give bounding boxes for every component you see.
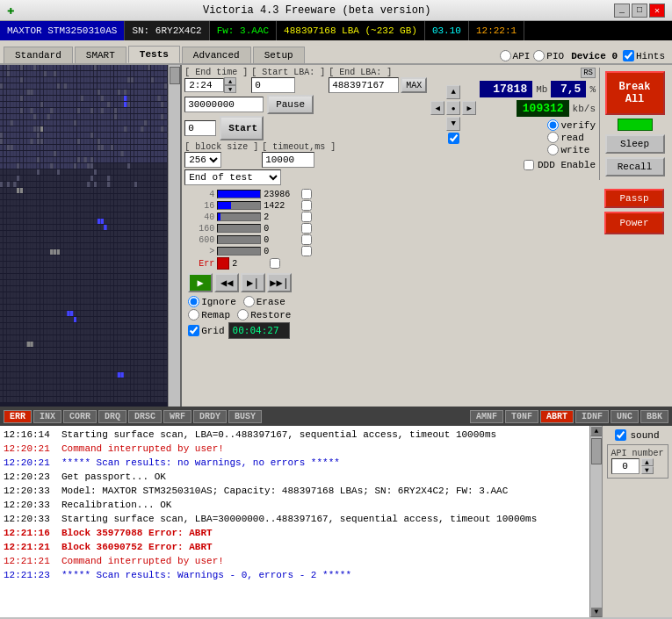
arrow-center-btn[interactable]: ●: [446, 101, 460, 115]
scroll-up-btn[interactable]: ▲: [590, 426, 603, 436]
hist-check-16[interactable]: [301, 200, 312, 211]
kbs-unit: kb/s: [573, 104, 596, 114]
log-entry-4: 12:20:33 Model: MAXTOR STM3250310AS; Cap…: [4, 484, 586, 498]
rs-button[interactable]: RS: [581, 68, 596, 78]
title-bar: ✚ Victoria 4.3 Freeware (beta version) _…: [0, 0, 672, 21]
api-up-btn[interactable]: ▲: [641, 458, 654, 466]
grid-checkbox[interactable]: Grid: [188, 325, 224, 336]
end-button[interactable]: ▶▶|: [267, 273, 292, 292]
passp-button[interactable]: Passp: [604, 189, 664, 208]
ddd-checkbox[interactable]: [524, 160, 534, 170]
err-badge-drsc[interactable]: DRSC: [128, 410, 162, 423]
arrow-up-btn[interactable]: ▲: [446, 85, 460, 99]
minimize-button[interactable]: _: [614, 4, 630, 18]
pio-radio[interactable]: PIO: [533, 50, 564, 61]
hist-check-gt[interactable]: [301, 246, 312, 256]
tab-standard[interactable]: Standard: [4, 47, 73, 63]
ignore-radio[interactable]: Ignore: [188, 296, 236, 307]
firmware: Fw: 3.AAC: [210, 21, 277, 40]
hist-check-600[interactable]: [301, 234, 312, 245]
err-badge-err[interactable]: ERR: [4, 410, 32, 423]
read-radio[interactable]: read: [547, 132, 596, 143]
play-button[interactable]: ▶: [188, 273, 213, 292]
block-size-select[interactable]: 256512128: [184, 152, 221, 168]
tab-smart[interactable]: SMART: [75, 47, 126, 63]
hist-check-40[interactable]: [301, 212, 312, 222]
kbs-stat: 109312: [517, 100, 569, 117]
err-badge-bbk[interactable]: BBK: [640, 410, 668, 423]
arrow-checkbox[interactable]: [448, 133, 459, 144]
hist-check-err[interactable]: [270, 258, 280, 269]
err-badge-wrf[interactable]: WRF: [163, 410, 191, 423]
prev-button[interactable]: ◀◀: [214, 273, 239, 292]
maximize-button[interactable]: □: [632, 4, 647, 18]
hist-check-4[interactable]: [301, 189, 312, 199]
time-down-btn[interactable]: ▼: [224, 85, 236, 93]
arrow-left-btn[interactable]: ◀: [430, 101, 444, 115]
end-lba-input[interactable]: [329, 77, 399, 93]
remap-radio[interactable]: Remap: [188, 309, 230, 320]
pause-button[interactable]: Pause: [267, 95, 314, 114]
arrow-down-btn[interactable]: ▼: [446, 117, 460, 131]
power-button[interactable]: Power: [604, 212, 664, 234]
log-entry-6: 12:20:33 Starting surface scan, LBA=3000…: [4, 512, 586, 526]
err-badge-drdy[interactable]: DRDY: [193, 410, 227, 423]
err-badge-idnf[interactable]: IDNF: [575, 410, 609, 423]
log-content[interactable]: 12:16:14 Starting surface scan, LBA=0..4…: [0, 426, 589, 617]
scroll-thumb[interactable]: [591, 438, 602, 464]
hist-row-600: 600 0: [188, 234, 592, 245]
right-buttons: Passp Power: [599, 187, 669, 234]
current-lba-field[interactable]: [184, 120, 216, 136]
err-badge-abrt[interactable]: ABRT: [540, 410, 574, 423]
sleep-button[interactable]: Sleep: [605, 134, 665, 154]
err-badge-amnf[interactable]: AMNF: [470, 410, 503, 423]
log-entry-0: 12:16:14 Starting surface scan, LBA=0..4…: [4, 428, 586, 442]
window-title: Victoria 4.3 Freeware (beta version): [19, 4, 614, 17]
scroll-down-btn[interactable]: ▼: [590, 607, 603, 617]
max-button[interactable]: MAX: [401, 77, 427, 93]
arrow-right-btn[interactable]: ▶: [462, 101, 476, 115]
erase-radio[interactable]: Erase: [243, 296, 285, 307]
api-down-btn[interactable]: ▼: [641, 466, 654, 474]
transport-controls: ▶ ◀◀ ▶| ▶▶|: [188, 273, 592, 292]
histogram: 4 23986 16 1422 40 2: [184, 187, 596, 341]
end-action-select[interactable]: End of test: [184, 169, 281, 185]
verify-radio[interactable]: verify: [547, 119, 596, 131]
close-button[interactable]: ✕: [649, 4, 665, 18]
start-button[interactable]: Start: [220, 116, 264, 140]
err-badge-t0nf[interactable]: T0NF: [505, 410, 538, 423]
err-badge-busy[interactable]: BUSY: [228, 410, 262, 423]
scan-scrollbar-thumb[interactable]: [170, 67, 180, 84]
scan-scrollbar[interactable]: [168, 65, 180, 407]
hints-checkbox[interactable]: Hints: [623, 50, 665, 61]
tab-setup[interactable]: Setup: [253, 47, 305, 63]
hist-check-160[interactable]: [301, 223, 312, 234]
hist-row-40: 40 2: [188, 212, 592, 222]
log-entry-5: 12:20:33 Recalibration... OK: [4, 498, 586, 512]
sound-checkbox[interactable]: sound: [615, 429, 659, 441]
api-radio[interactable]: API: [500, 50, 531, 61]
log-entry-8: 12:21:21 Block 36090752 Error: ABRT: [4, 540, 586, 554]
log-entry-9: 12:21:21 Command interrupted by user!: [4, 554, 586, 568]
tab-tests[interactable]: Tests: [128, 46, 180, 63]
scan-panel: [0, 65, 182, 407]
status-led: [618, 119, 653, 131]
restore-radio[interactable]: Restore: [237, 309, 291, 320]
start-lba-input[interactable]: [251, 77, 295, 93]
log-scrollbar[interactable]: ▲ ▼: [589, 426, 602, 617]
err-badge-corr[interactable]: CORR: [63, 410, 97, 423]
next-button[interactable]: ▶|: [241, 273, 265, 292]
recall-button[interactable]: Recall: [605, 157, 665, 176]
pct-unit: %: [589, 84, 596, 95]
timeout-input[interactable]: [262, 152, 314, 168]
err-badge-drq[interactable]: DRQ: [98, 410, 126, 423]
api-number-box: API number 0 ▲ ▼: [607, 444, 668, 479]
err-badge-unc[interactable]: UNC: [611, 410, 639, 423]
tab-advanced[interactable]: Advanced: [182, 47, 251, 63]
lba-start-field[interactable]: [184, 97, 264, 112]
err-badge-inx[interactable]: INX: [33, 410, 61, 423]
write-radio[interactable]: write: [547, 144, 596, 155]
break-all-button[interactable]: Break All: [605, 71, 665, 115]
log-entry-7: 12:21:16 Block 35977088 Error: ABRT: [4, 526, 586, 540]
time-up-btn[interactable]: ▲: [224, 77, 236, 85]
